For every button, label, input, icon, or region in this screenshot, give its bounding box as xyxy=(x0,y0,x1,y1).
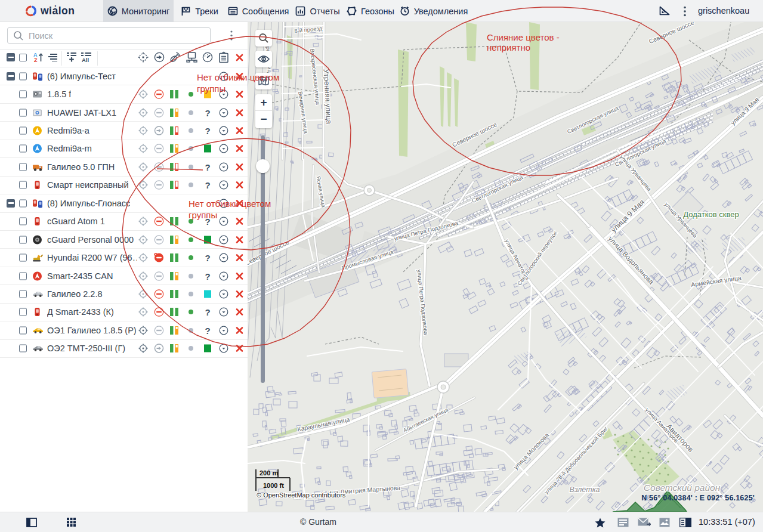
svg-text:1000 ft: 1000 ft xyxy=(263,482,284,489)
svg-text:Советский район: Советский район xyxy=(644,482,721,493)
svg-text:200 m: 200 m xyxy=(260,469,278,477)
svg-text:Z: Z xyxy=(34,57,38,63)
svg-text:All: All xyxy=(82,57,89,63)
svg-text:N 56° 04.0384' : E 092° 56.162: N 56° 04.0384' : E 092° 56.1625' xyxy=(641,494,755,502)
svg-text:© OpenStreetMap contributors: © OpenStreetMap contributors xyxy=(257,491,346,499)
svg-text:Додатков сквер: Додатков сквер xyxy=(683,210,739,219)
svg-text:Взлётка: Взлётка xyxy=(569,485,600,494)
